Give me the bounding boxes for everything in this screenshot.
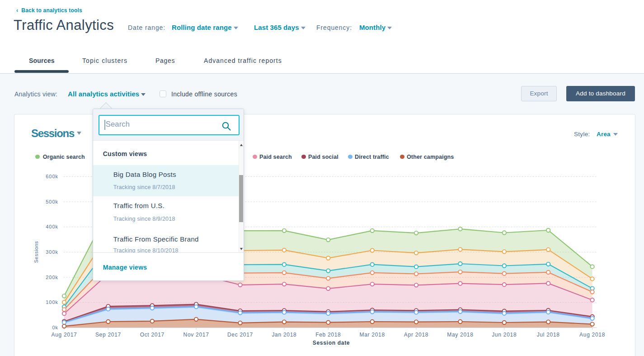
svg-text:500k: 500k — [46, 199, 59, 204]
svg-text:Aug 2018: Aug 2018 — [579, 332, 605, 338]
svg-text:400k: 400k — [46, 224, 59, 229]
svg-text:May 2018: May 2018 — [447, 332, 474, 338]
svg-text:Nov 2017: Nov 2017 — [183, 332, 209, 338]
svg-text:200k: 200k — [46, 275, 59, 280]
svg-text:Jan 2018: Jan 2018 — [272, 332, 297, 338]
svg-text:600k: 600k — [46, 174, 59, 179]
svg-text:Dec 2017: Dec 2017 — [227, 332, 253, 338]
svg-text:0k: 0k — [52, 325, 59, 330]
svg-text:Apr 2018: Apr 2018 — [404, 332, 428, 338]
svg-text:Feb 2018: Feb 2018 — [316, 332, 341, 338]
svg-text:Mar 2018: Mar 2018 — [360, 332, 385, 338]
svg-text:300k: 300k — [46, 249, 59, 255]
svg-text:Sep 2017: Sep 2017 — [95, 332, 121, 338]
svg-text:100k: 100k — [46, 299, 59, 305]
svg-text:Oct 2017: Oct 2017 — [140, 332, 165, 338]
svg-text:Aug 2017: Aug 2017 — [52, 332, 77, 338]
svg-text:Session date: Session date — [313, 340, 350, 346]
svg-text:Jul 2018: Jul 2018 — [537, 332, 560, 338]
svg-text:Jun 2018: Jun 2018 — [492, 332, 517, 338]
svg-text:Sessions: Sessions — [33, 241, 39, 263]
